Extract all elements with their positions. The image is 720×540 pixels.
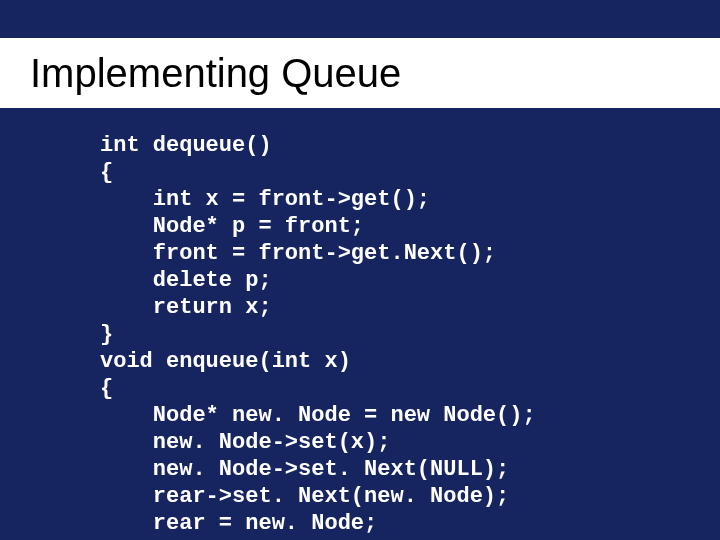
code-line: { [100, 160, 113, 185]
code-line: } [100, 322, 113, 347]
code-line: new. Node->set(x); [100, 430, 390, 455]
slide: Implementing Queue int dequeue() { int x… [0, 0, 720, 540]
code-line: Node* new. Node = new Node(); [100, 403, 536, 428]
code-line: new. Node->set. Next(NULL); [100, 457, 509, 482]
slide-title: Implementing Queue [30, 51, 401, 96]
title-band: Implementing Queue [0, 38, 720, 108]
code-line: { [100, 376, 113, 401]
code-block: int dequeue() { int x = front->get(); No… [100, 132, 536, 540]
code-line: int dequeue() [100, 133, 272, 158]
code-line: front = front->get.Next(); [100, 241, 496, 266]
code-line: rear->set. Next(new. Node); [100, 484, 509, 509]
code-line: void enqueue(int x) [100, 349, 351, 374]
code-line: return x; [100, 295, 272, 320]
code-line: int x = front->get(); [100, 187, 430, 212]
code-line: rear = new. Node; [100, 511, 377, 536]
code-line: delete p; [100, 268, 272, 293]
code-line: Node* p = front; [100, 214, 364, 239]
